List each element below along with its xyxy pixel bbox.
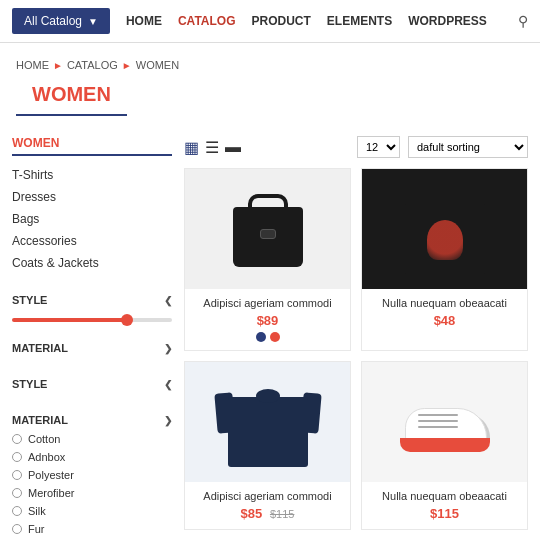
product-image-4 [362, 362, 527, 482]
product-image-2 [362, 169, 527, 289]
sidebar: WOMEN T-Shirts Dresses Bags Accessories … [12, 136, 172, 540]
handbag-shape [233, 192, 303, 267]
catalog-btn-label: All Catalog [24, 14, 82, 28]
product-info-2: Nulla nuequam obeaacati $48 [362, 289, 527, 336]
material-filter-header-section: MATERIAL ❯ [12, 338, 172, 358]
style-label-2: STYLE [12, 378, 47, 390]
sweater-shape [228, 377, 308, 467]
radio-cotton[interactable] [12, 434, 22, 444]
nav-wordpress[interactable]: WORDPRESS [408, 14, 487, 28]
product-price-2: $48 [434, 313, 456, 328]
bag-clasp [260, 229, 276, 239]
material-adnbox[interactable]: Adnbox [12, 448, 172, 466]
toolbar-right: 12 24 36 dafult sorting Price: Low to Hi… [357, 136, 528, 158]
product-pricing-2: $48 [370, 313, 519, 328]
breadcrumb: HOME ► CATALOG ► WOMEN [0, 51, 540, 79]
style-range-slider[interactable] [12, 318, 172, 322]
per-page-select[interactable]: 12 24 36 [357, 136, 400, 158]
style-filter: STYLE ❮ [12, 290, 172, 322]
sweater-collar [256, 389, 280, 403]
material-fur[interactable]: Fur [12, 520, 172, 538]
product-card-1[interactable]: Adipisci ageriam commodi $89 [184, 168, 351, 351]
skull-shirt-shape [405, 184, 485, 274]
style-toggle: ❮ [164, 295, 172, 306]
product-color-dot-red[interactable] [270, 332, 280, 342]
lace-2 [418, 420, 458, 422]
nav-links: HOME CATALOG PRODUCT ELEMENTS WORDPRESS [126, 14, 502, 28]
radio-polyester[interactable] [12, 470, 22, 480]
radio-silk[interactable] [12, 506, 22, 516]
breadcrumb-current: WOMEN [136, 59, 179, 71]
breadcrumb-sep-1: ► [53, 60, 63, 71]
search-icon[interactable]: ⚲ [518, 13, 528, 29]
product-name-2: Nulla nuequam obeaacati [370, 297, 519, 309]
product-name-1: Adipisci ageriam commodi [193, 297, 342, 309]
large-grid-icon[interactable]: ▬ [225, 138, 241, 157]
product-color-dot-navy[interactable] [256, 332, 266, 342]
sidebar-item-coats[interactable]: Coats & Jackets [12, 252, 172, 274]
sneaker-laces [418, 414, 458, 428]
all-catalog-button[interactable]: All Catalog ▼ [12, 8, 110, 34]
product-pricing-4: $115 [370, 506, 519, 521]
radio-adnbox[interactable] [12, 452, 22, 462]
breadcrumb-home[interactable]: HOME [16, 59, 49, 71]
sidebar-item-dresses[interactable]: Dresses [12, 186, 172, 208]
nav-product[interactable]: PRODUCT [251, 14, 310, 28]
radio-merofiber[interactable] [12, 488, 22, 498]
view-icons: ▦ ☰ ▬ [184, 138, 241, 157]
product-card-3[interactable]: Adipisci ageriam commodi $85 $115 [184, 361, 351, 530]
material-polyester[interactable]: Polyester [12, 466, 172, 484]
nav-catalog[interactable]: CATALOG [178, 14, 236, 28]
product-colors-1 [193, 332, 342, 342]
style-toggle-2: ❮ [164, 379, 172, 390]
product-info-4: Nulla nuequam obeaacati $115 [362, 482, 527, 529]
product-area: ▦ ☰ ▬ 12 24 36 dafult sorting Price: Low… [184, 136, 528, 540]
product-image-3 [185, 362, 350, 482]
product-name-3: Adipisci ageriam commodi [193, 490, 342, 502]
product-card-4[interactable]: Nulla nuequam obeaacati $115 [361, 361, 528, 530]
sidebar-item-accessories[interactable]: Accessories [12, 230, 172, 252]
product-name-4: Nulla nuequam obeaacati [370, 490, 519, 502]
product-price-4: $115 [430, 506, 459, 521]
breadcrumb-sep-2: ► [122, 60, 132, 71]
product-info-1: Adipisci ageriam commodi $89 [185, 289, 350, 350]
sidebar-women-title: WOMEN [12, 136, 172, 156]
product-price-3: $85 [241, 506, 263, 521]
nav-elements[interactable]: ELEMENTS [327, 14, 392, 28]
sort-select[interactable]: dafult sorting Price: Low to High Price:… [408, 136, 528, 158]
skull-overlay [427, 220, 463, 260]
product-pricing-1: $89 [193, 313, 342, 328]
material-label-2: MATERIAL [12, 414, 68, 426]
list-view-icon[interactable]: ☰ [205, 138, 219, 157]
style-filter-2: STYLE ❮ [12, 374, 172, 394]
material-label: MATERIAL [12, 342, 68, 354]
material-merofiber[interactable]: Merofiber [12, 484, 172, 502]
nav-home[interactable]: HOME [126, 14, 162, 28]
catalog-btn-arrow: ▼ [88, 16, 98, 27]
product-price-1: $89 [257, 313, 279, 328]
lace-1 [418, 414, 458, 416]
radio-fur[interactable] [12, 524, 22, 534]
product-old-price-3: $115 [270, 508, 294, 520]
material-filter-header-2[interactable]: MATERIAL ❯ [12, 410, 172, 430]
sidebar-item-tshirts[interactable]: T-Shirts [12, 164, 172, 186]
material-toggle: ❯ [164, 343, 172, 354]
sidebar-item-bags[interactable]: Bags [12, 208, 172, 230]
product-card-2[interactable]: Nulla nuequam obeaacati $48 [361, 168, 528, 351]
breadcrumb-catalog[interactable]: CATALOG [67, 59, 118, 71]
page-title-area: WOMEN [0, 79, 540, 124]
product-info-3: Adipisci ageriam commodi $85 $115 [185, 482, 350, 529]
material-filter-header[interactable]: MATERIAL ❯ [12, 338, 172, 358]
sneaker-shape [400, 392, 490, 452]
material-silk[interactable]: Silk [12, 502, 172, 520]
breadcrumb-area: HOME ► CATALOG ► WOMEN [0, 43, 540, 79]
material-cotton[interactable]: Cotton [12, 430, 172, 448]
style-filter-header-2[interactable]: STYLE ❮ [12, 374, 172, 394]
product-image-1 [185, 169, 350, 289]
material-toggle-2: ❯ [164, 415, 172, 426]
sweater-body [228, 397, 308, 467]
grid-view-icon[interactable]: ▦ [184, 138, 199, 157]
style-filter-header[interactable]: STYLE ❮ [12, 290, 172, 310]
product-grid: Adipisci ageriam commodi $89 [184, 168, 528, 530]
top-nav: All Catalog ▼ HOME CATALOG PRODUCT ELEME… [0, 0, 540, 43]
